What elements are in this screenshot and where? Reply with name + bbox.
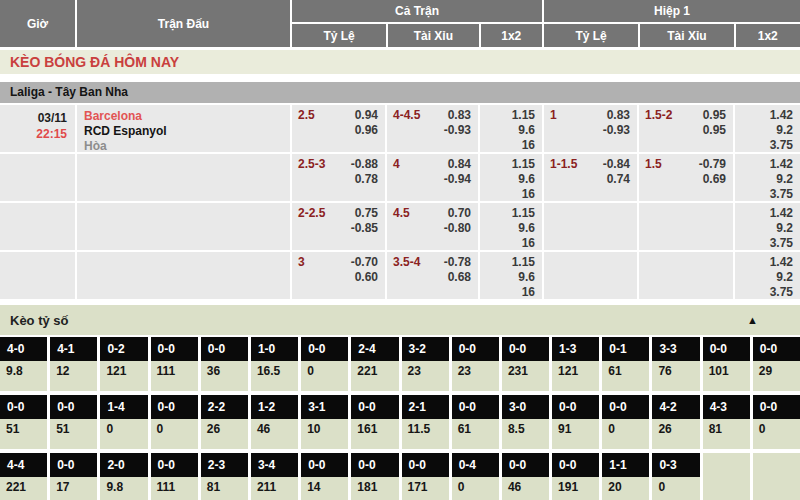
- odds-1x2-home[interactable]: 1.42: [735, 206, 800, 221]
- score-odds-cell[interactable]: 0-0191: [552, 453, 599, 500]
- odds-1x2-away[interactable]: 9.2: [735, 123, 800, 138]
- under-odds[interactable]: 0.95: [703, 123, 726, 138]
- score-odds-cell[interactable]: 0-0161: [351, 395, 398, 449]
- ft-overunder-cell[interactable]: 4.50.70 -0.80: [385, 203, 478, 250]
- odds-1x2-away[interactable]: 9.6: [480, 270, 542, 285]
- odds-1x2-home[interactable]: 1.42: [735, 108, 800, 123]
- score-odds-cell[interactable]: 0-00: [753, 395, 800, 449]
- score-odds-cell[interactable]: 0-023: [452, 337, 499, 391]
- score-odds-cell[interactable]: 0-161: [602, 337, 649, 391]
- handicap-odds-over[interactable]: 0.75: [355, 206, 378, 221]
- score-odds-cell[interactable]: 0-091: [552, 395, 599, 449]
- score-odds-cell[interactable]: 4-226: [652, 395, 699, 449]
- h1-overunder-cell[interactable]: 1.5-20.95 0.95: [637, 105, 733, 152]
- score-odds-cell[interactable]: 4-09.8: [0, 337, 47, 391]
- handicap-odds-over[interactable]: 0.83: [607, 108, 630, 123]
- ft-handicap-cell[interactable]: 2.50.94 0.96: [290, 105, 385, 152]
- under-odds[interactable]: -0.94: [444, 172, 471, 187]
- score-odds-cell[interactable]: 1-40: [100, 395, 147, 449]
- under-odds[interactable]: 0.68: [448, 270, 471, 285]
- score-odds-cell[interactable]: 3-110: [301, 395, 348, 449]
- ft-handicap-cell[interactable]: 2-2.50.75 -0.85: [290, 203, 385, 250]
- ft-handicap-cell[interactable]: 2.5-3-0.88 0.78: [290, 154, 385, 201]
- h1-1x2-cell[interactable]: 1.42 9.2 3.75: [733, 252, 800, 299]
- score-odds-cell[interactable]: 0-40: [452, 453, 499, 500]
- handicap-odds-over[interactable]: 0.94: [355, 108, 378, 123]
- score-odds-cell[interactable]: 0-017: [50, 453, 97, 500]
- away-team[interactable]: RCD Espanyol: [84, 124, 290, 139]
- h1-1x2-cell[interactable]: 1.42 9.2 3.75: [733, 203, 800, 250]
- under-odds[interactable]: -0.93: [444, 123, 471, 138]
- score-odds-cell[interactable]: 1-3121: [552, 337, 599, 391]
- score-odds-cell[interactable]: 0-00: [301, 337, 348, 391]
- odds-1x2-draw[interactable]: 3.75: [735, 187, 800, 202]
- collapse-icon[interactable]: ▲: [747, 314, 758, 326]
- handicap-odds-under[interactable]: -0.93: [603, 123, 630, 138]
- over-odds[interactable]: 0.83: [448, 108, 471, 123]
- ft-1x2-cell[interactable]: 1.15 9.6 16: [478, 105, 542, 152]
- h1-handicap-cell[interactable]: 1-1.5-0.84 0.74: [542, 154, 637, 201]
- score-odds-cell[interactable]: 3-376: [652, 337, 699, 391]
- ft-handicap-cell[interactable]: 3-0.70 0.60: [290, 252, 385, 299]
- ft-overunder-cell[interactable]: 4-4.50.83 -0.93: [385, 105, 478, 152]
- odds-1x2-away[interactable]: 9.6: [480, 123, 542, 138]
- score-odds-cell[interactable]: 0-0231: [502, 337, 549, 391]
- handicap-odds-under[interactable]: 0.96: [355, 123, 378, 138]
- over-odds[interactable]: -0.78: [444, 255, 471, 270]
- odds-1x2-away[interactable]: 9.2: [735, 172, 800, 187]
- ft-overunder-cell[interactable]: 40.84 -0.94: [385, 154, 478, 201]
- odds-1x2-draw[interactable]: 3.75: [735, 236, 800, 251]
- ft-1x2-cell[interactable]: 1.15 9.6 16: [478, 252, 542, 299]
- handicap-odds-under[interactable]: -0.85: [351, 221, 378, 236]
- odds-1x2-draw[interactable]: 16: [480, 236, 542, 251]
- score-odds-cell[interactable]: 2-226: [201, 395, 248, 449]
- odds-1x2-away[interactable]: 9.6: [480, 221, 542, 236]
- score-odds-cell[interactable]: 4-4221: [0, 453, 47, 500]
- score-odds-cell[interactable]: 3-4211: [251, 453, 298, 500]
- score-odds-cell[interactable]: 3-223: [402, 337, 449, 391]
- score-odds-cell[interactable]: 0-0171: [402, 453, 449, 500]
- odds-1x2-away[interactable]: 9.2: [735, 270, 800, 285]
- odds-1x2-draw[interactable]: 16: [480, 138, 542, 153]
- home-team[interactable]: Barcelona: [84, 109, 290, 124]
- odds-1x2-away[interactable]: 9.6: [480, 172, 542, 187]
- odds-1x2-draw[interactable]: 16: [480, 187, 542, 202]
- handicap-odds-under[interactable]: 0.60: [355, 270, 378, 285]
- score-odds-cell[interactable]: 2-381: [201, 453, 248, 500]
- odds-1x2-home[interactable]: 1.15: [480, 108, 542, 123]
- league-header[interactable]: Laliga - Tây Ban Nha: [0, 82, 800, 103]
- over-odds[interactable]: 0.95: [703, 108, 726, 123]
- ft-1x2-cell[interactable]: 1.15 9.6 16: [478, 154, 542, 201]
- odds-1x2-home[interactable]: 1.15: [480, 255, 542, 270]
- ft-overunder-cell[interactable]: 3.5-4-0.78 0.68: [385, 252, 478, 299]
- score-odds-cell[interactable]: 0-00: [151, 395, 198, 449]
- score-odds-cell[interactable]: 0-051: [0, 395, 47, 449]
- score-odds-cell[interactable]: 1-120: [602, 453, 649, 500]
- score-odds-cell[interactable]: 2-4221: [351, 337, 398, 391]
- score-odds-cell[interactable]: 2-111.5: [402, 395, 449, 449]
- score-odds-cell[interactable]: 1-246: [251, 395, 298, 449]
- score-odds-cell[interactable]: 0-30: [652, 453, 699, 500]
- h1-1x2-cell[interactable]: 1.42 9.2 3.75: [733, 154, 800, 201]
- score-odds-cell[interactable]: 2-09.8: [100, 453, 147, 500]
- odds-1x2-home[interactable]: 1.15: [480, 206, 542, 221]
- score-odds-cell[interactable]: 4-112: [50, 337, 97, 391]
- over-odds[interactable]: -0.79: [699, 157, 726, 172]
- ft-1x2-cell[interactable]: 1.15 9.6 16: [478, 203, 542, 250]
- score-odds-cell[interactable]: 0-0111: [151, 337, 198, 391]
- score-odds-cell[interactable]: 0-046: [502, 453, 549, 500]
- score-odds-cell[interactable]: 0-0111: [151, 453, 198, 500]
- h1-overunder-cell[interactable]: 1.5-0.79 0.69: [637, 154, 733, 201]
- odds-1x2-draw[interactable]: 3.75: [735, 285, 800, 300]
- h1-handicap-cell[interactable]: 10.83 -0.93: [542, 105, 637, 152]
- odds-1x2-draw[interactable]: 3.75: [735, 138, 800, 153]
- odds-1x2-home[interactable]: 1.15: [480, 157, 542, 172]
- over-odds[interactable]: 0.84: [448, 157, 471, 172]
- over-odds[interactable]: 0.70: [448, 206, 471, 221]
- score-odds-cell[interactable]: 0-036: [201, 337, 248, 391]
- handicap-odds-under[interactable]: 0.78: [355, 172, 378, 187]
- h1-1x2-cell[interactable]: 1.42 9.2 3.75: [733, 105, 800, 152]
- under-odds[interactable]: -0.80: [444, 221, 471, 236]
- odds-1x2-home[interactable]: 1.42: [735, 157, 800, 172]
- score-odds-cell[interactable]: 1-016.5: [251, 337, 298, 391]
